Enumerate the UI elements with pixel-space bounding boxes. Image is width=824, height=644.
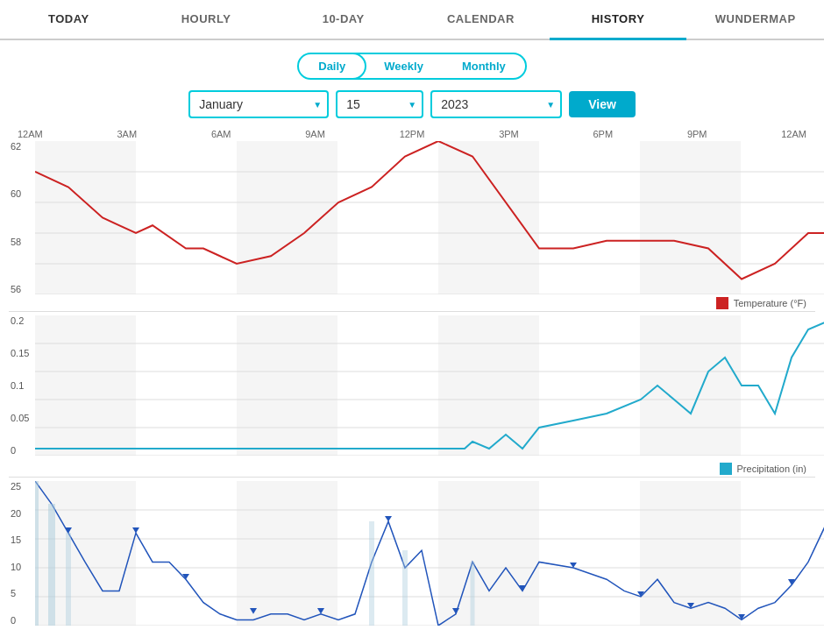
svg-rect-28 <box>237 481 337 626</box>
time-label: 6PM <box>593 129 614 139</box>
time-label: 12PM <box>400 129 425 139</box>
svg-rect-17 <box>438 315 539 456</box>
y-label: 5 <box>11 588 21 598</box>
period-monthly[interactable]: Monthly <box>443 54 525 78</box>
precip-legend-label: Precipitation (in) <box>737 464 806 474</box>
day-select[interactable]: 15 <box>336 90 423 118</box>
svg-rect-33 <box>741 481 824 626</box>
time-label: 12AM <box>781 129 806 139</box>
y-label: 10 <box>11 562 21 572</box>
y-label: 15 <box>11 534 21 545</box>
month-select-wrapper: January February March April May June Ju… <box>188 90 329 118</box>
svg-rect-15 <box>237 315 337 456</box>
controls: Daily Weekly Monthly January February Ma… <box>0 40 824 127</box>
y-label: 62 <box>11 141 21 152</box>
date-row: January February March April May June Ju… <box>188 90 636 118</box>
svg-rect-6 <box>640 141 741 294</box>
y-label: 0 <box>11 615 21 626</box>
svg-rect-5 <box>539 141 640 294</box>
svg-rect-29 <box>337 481 438 626</box>
time-label: 3AM <box>117 129 138 139</box>
period-weekly[interactable]: Weekly <box>365 54 443 78</box>
y-label: 56 <box>11 284 21 294</box>
nav-tabs: TODAY HOURLY 10-DAY CALENDAR HISTORY WUN… <box>0 0 824 40</box>
month-select[interactable]: January February March April May June Ju… <box>188 90 329 118</box>
precipitation-chart: 0.2 0.15 0.1 0.05 0 Precipitation (in) <box>9 315 815 478</box>
time-axis-top: 12AM 3AM 6AM 9AM 12PM 3PM 6PM 9PM 12AM <box>9 127 815 141</box>
tab-calendar[interactable]: CALENDAR <box>412 0 550 40</box>
period-daily[interactable]: Daily <box>297 53 366 80</box>
svg-rect-3 <box>337 141 438 294</box>
day-select-wrapper: 15 <box>336 90 423 118</box>
y-label: 60 <box>11 188 21 199</box>
svg-rect-27 <box>136 481 237 626</box>
view-button[interactable]: View <box>569 91 636 117</box>
tab-hourly[interactable]: HOURLY <box>138 0 275 40</box>
y-label: 0.1 <box>11 380 29 391</box>
time-label: 9AM <box>305 129 325 139</box>
y-label: 0 <box>11 445 29 456</box>
time-label: 9PM <box>687 129 707 139</box>
svg-rect-7 <box>741 141 824 294</box>
svg-rect-16 <box>337 315 438 456</box>
svg-rect-18 <box>539 315 640 456</box>
svg-rect-4 <box>438 141 539 294</box>
svg-rect-1 <box>136 141 237 294</box>
temperature-legend: Temperature (°F) <box>716 297 806 309</box>
year-select-wrapper: 2023 <box>430 90 562 118</box>
period-toggle: Daily Weekly Monthly <box>297 53 526 80</box>
time-label: 3PM <box>499 129 519 139</box>
svg-rect-14 <box>136 315 237 456</box>
svg-rect-30 <box>438 481 539 626</box>
wind-chart: 25 20 15 10 5 0 Wind Speed Gust (mph) <box>9 481 815 644</box>
svg-rect-13 <box>35 315 136 456</box>
temperature-chart: 62 60 58 56 Temperature (°F) <box>9 141 815 312</box>
svg-rect-0 <box>35 141 136 294</box>
y-label: 20 <box>11 508 21 519</box>
time-label: 12AM <box>18 129 43 139</box>
temp-legend-label: Temperature (°F) <box>734 298 806 308</box>
svg-rect-31 <box>539 481 640 626</box>
tab-10day[interactable]: 10-DAY <box>274 0 412 40</box>
tab-today[interactable]: TODAY <box>0 0 138 40</box>
y-label: 58 <box>11 237 21 247</box>
y-label: 0.2 <box>11 315 29 326</box>
precip-legend-box <box>720 463 732 475</box>
time-label: 6AM <box>211 129 231 139</box>
y-label: 0.05 <box>11 413 29 423</box>
tab-history[interactable]: HISTORY <box>550 0 687 40</box>
temp-legend-box <box>716 297 728 309</box>
charts-area: 12AM 3AM 6AM 9AM 12PM 3PM 6PM 9PM 12AM <box>0 127 824 644</box>
year-select[interactable]: 2023 <box>430 90 562 118</box>
y-label: 0.15 <box>11 348 29 358</box>
y-label: 25 <box>11 481 21 492</box>
tab-wundermap[interactable]: WUNDERMAP <box>686 0 824 40</box>
precipitation-legend: Precipitation (in) <box>720 463 806 475</box>
svg-rect-19 <box>640 315 741 456</box>
